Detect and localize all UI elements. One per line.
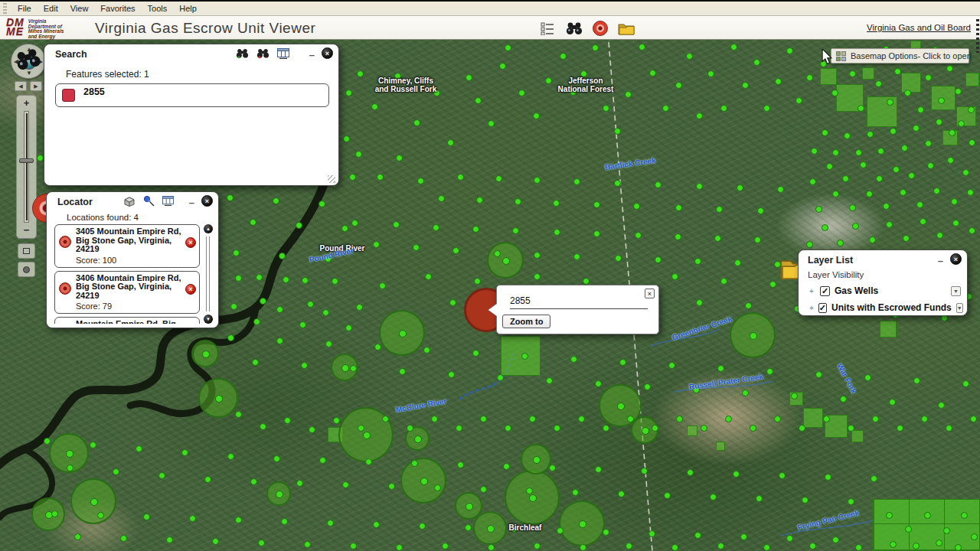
gas-well-marker[interactable]	[894, 68, 901, 75]
gas-well-marker[interactable]	[967, 189, 974, 196]
gas-well-marker[interactable]	[717, 365, 724, 372]
escrow-unit-circle[interactable]	[191, 340, 219, 367]
gas-well-marker[interactable]	[720, 105, 727, 112]
escrow-unit-circle[interactable]	[505, 470, 560, 525]
gas-well-marker[interactable]	[921, 416, 928, 422]
escrow-unit-grid[interactable]	[873, 499, 980, 551]
expand-layer-button[interactable]: +	[809, 304, 814, 312]
gas-well-marker[interactable]	[494, 250, 501, 257]
escrow-unit-square[interactable]	[880, 321, 897, 337]
gas-well-marker[interactable]	[750, 425, 756, 432]
gas-well-marker[interactable]	[235, 517, 242, 523]
locator-scrollbar[interactable]: ▲ ▼	[204, 224, 213, 324]
gas-well-marker[interactable]	[396, 544, 403, 551]
gas-well-marker[interactable]	[296, 480, 303, 487]
gas-well-marker[interactable]	[276, 306, 283, 313]
gas-well-marker[interactable]	[822, 224, 828, 231]
escrow-unit-circle[interactable]	[379, 310, 425, 356]
gas-well-marker[interactable]	[754, 236, 761, 243]
gas-well-marker[interactable]	[309, 426, 315, 433]
gas-well-marker[interactable]	[377, 174, 384, 181]
gas-well-marker[interactable]	[349, 174, 356, 181]
gas-well-marker[interactable]	[890, 128, 897, 135]
gas-well-marker[interactable]	[786, 47, 793, 54]
gas-well-marker[interactable]	[971, 533, 978, 540]
gas-well-marker[interactable]	[466, 74, 472, 81]
gas-well-marker[interactable]	[419, 523, 426, 530]
gas-well-marker[interactable]	[962, 380, 969, 387]
gas-well-marker[interactable]	[227, 453, 234, 460]
locator-result-1[interactable]: 3405 Mountain Empire Rd, Big Stone Gap, …	[54, 224, 200, 268]
gas-well-marker[interactable]	[694, 258, 701, 265]
gas-well-marker[interactable]	[371, 103, 378, 110]
gas-well-marker[interactable]	[858, 105, 864, 112]
gas-well-marker[interactable]	[480, 416, 487, 422]
basemap-options-button[interactable]: Basemap Options- Click to open	[831, 48, 969, 64]
results-table-icon[interactable]	[162, 196, 174, 206]
gas-well-marker[interactable]	[260, 298, 266, 305]
gas-well-marker[interactable]	[671, 544, 678, 551]
gas-well-marker[interactable]	[641, 468, 648, 474]
escrow-unit-square[interactable]	[851, 430, 864, 442]
gas-well-marker[interactable]	[925, 74, 932, 81]
gas-well-marker[interactable]	[903, 235, 910, 242]
gas-well-marker[interactable]	[883, 203, 890, 210]
gas-well-marker[interactable]	[333, 417, 340, 424]
gas-well-marker[interactable]	[955, 88, 962, 95]
gas-well-marker[interactable]	[757, 207, 764, 214]
locator-toolbar-button[interactable]	[592, 20, 609, 37]
gas-well-marker[interactable]	[707, 70, 714, 77]
gas-well-marker[interactable]	[676, 416, 683, 422]
gas-well-marker[interactable]	[299, 321, 306, 328]
gas-well-marker[interactable]	[938, 97, 945, 104]
gas-well-marker[interactable]	[573, 253, 580, 260]
close-button[interactable]: ×	[322, 47, 333, 59]
gas-well-marker[interactable]	[900, 189, 906, 196]
gas-well-marker[interactable]	[655, 256, 662, 263]
expand-layer-button[interactable]: +	[809, 287, 815, 295]
gas-well-marker[interactable]	[969, 139, 975, 146]
gas-well-marker[interactable]	[545, 77, 552, 84]
gas-well-marker[interactable]	[714, 235, 721, 242]
gas-well-marker[interactable]	[534, 543, 541, 549]
zoom-extent-button[interactable]	[18, 243, 35, 259]
gas-well-marker[interactable]	[943, 527, 950, 534]
gas-well-marker[interactable]	[345, 324, 352, 331]
gas-well-marker[interactable]	[342, 481, 349, 488]
gas-well-marker[interactable]	[472, 226, 479, 233]
gas-well-marker[interactable]	[341, 225, 348, 232]
escrowed-units-checkbox[interactable]: ✓	[818, 303, 827, 313]
escrow-unit-circle[interactable]	[487, 242, 524, 279]
gas-well-marker[interactable]	[733, 471, 740, 478]
gas-well-marker[interactable]	[325, 341, 332, 347]
gas-well-marker[interactable]	[889, 399, 896, 406]
gas-well-marker[interactable]	[614, 128, 621, 135]
gas-well-marker[interactable]	[350, 365, 357, 372]
gas-well-marker[interactable]	[580, 544, 586, 551]
escrow-unit-square[interactable]	[687, 425, 697, 436]
gas-well-marker[interactable]	[382, 416, 389, 422]
gas-well-marker[interactable]	[529, 416, 536, 422]
gas-well-marker[interactable]	[742, 390, 749, 396]
gas-well-marker[interactable]	[675, 233, 681, 240]
gas-well-marker[interactable]	[488, 120, 495, 127]
gas-well-marker[interactable]	[917, 106, 924, 113]
gas-well-marker[interactable]	[904, 90, 911, 96]
gas-well-marker[interactable]	[871, 475, 877, 482]
gas-well-marker[interactable]	[675, 82, 682, 89]
gas-well-marker[interactable]	[840, 396, 847, 403]
gas-wells-checkbox[interactable]: ✓	[820, 286, 830, 296]
search-toolbar-button[interactable]	[566, 20, 583, 37]
gas-well-marker[interactable]	[799, 425, 805, 432]
gas-well-marker[interactable]	[619, 359, 626, 366]
gas-well-marker[interactable]	[664, 492, 671, 499]
gas-well-marker[interactable]	[815, 371, 822, 378]
gas-well-marker[interactable]	[355, 151, 362, 158]
gas-well-marker[interactable]	[480, 486, 487, 493]
gas-well-marker[interactable]	[393, 221, 400, 228]
gas-well-marker[interactable]	[37, 155, 44, 161]
gas-well-marker[interactable]	[791, 393, 798, 399]
gas-well-marker[interactable]	[710, 494, 717, 500]
gas-well-marker[interactable]	[701, 425, 707, 432]
gas-well-marker[interactable]	[855, 149, 862, 156]
